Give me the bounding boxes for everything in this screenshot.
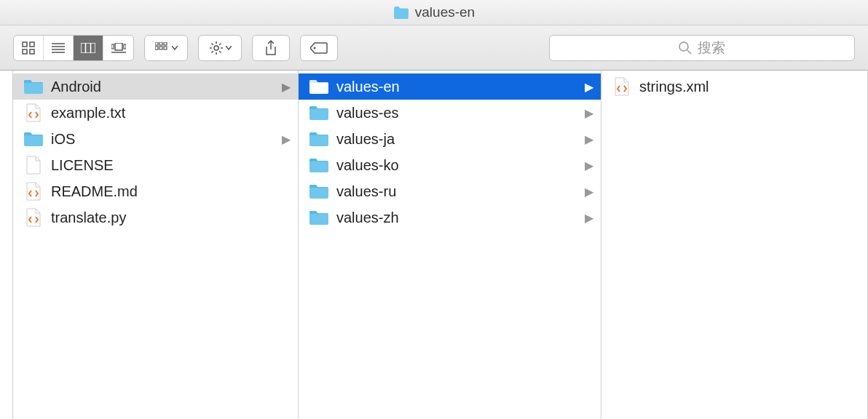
blank-icon (23, 156, 44, 174)
titlebar: values-en (0, 0, 868, 25)
folder-icon (309, 183, 329, 200)
folder-icon (309, 130, 329, 148)
finder-window: values-en (0, 0, 868, 419)
chevron-right-icon: ▶ (585, 106, 593, 120)
svg-rect-3 (30, 49, 34, 54)
window-title: values-en (415, 4, 475, 20)
view-column-button[interactable] (74, 36, 103, 60)
svg-line-32 (687, 50, 691, 54)
column-gutter (0, 71, 13, 419)
column-2[interactable]: values-en▶values-es▶values-ja▶values-ko▶… (299, 71, 601, 419)
svg-rect-16 (159, 42, 162, 45)
svg-rect-18 (155, 47, 158, 49)
list-item[interactable]: values-ko▶ (299, 152, 601, 178)
item-label: iOS (51, 131, 275, 148)
code-icon (23, 183, 44, 200)
svg-line-29 (219, 43, 221, 44)
chevron-right-icon: ▶ (585, 159, 593, 172)
folder-icon (309, 156, 329, 174)
chevron-right-icon: ▶ (585, 132, 593, 146)
list-item[interactable]: iOS▶ (13, 126, 298, 152)
item-label: strings.xml (639, 79, 860, 95)
svg-rect-1 (30, 42, 34, 47)
svg-rect-13 (124, 44, 126, 49)
folder-icon (309, 78, 329, 95)
item-label: values-zh (336, 210, 577, 226)
item-label: translate.py (51, 210, 291, 226)
item-label: example.txt (51, 105, 291, 121)
svg-point-21 (214, 46, 218, 50)
item-label: LICENSE (51, 157, 291, 174)
item-label: values-es (336, 105, 577, 121)
svg-line-28 (211, 51, 213, 52)
svg-point-31 (679, 42, 688, 51)
chevron-right-icon: ▶ (585, 80, 593, 94)
code-icon (23, 209, 44, 226)
list-item[interactable]: values-en▶ (299, 73, 601, 100)
list-item[interactable]: values-es▶ (299, 100, 601, 126)
list-item[interactable]: strings.xml (601, 73, 867, 100)
list-item[interactable]: README.md (13, 178, 298, 204)
chevron-right-icon: ▶ (585, 211, 593, 225)
search-input[interactable]: 搜索 (549, 35, 855, 61)
toolbar: 搜索 (0, 25, 868, 71)
folder-icon (309, 209, 329, 226)
column-1[interactable]: Android▶example.txtiOS▶LICENSEREADME.mdt… (13, 71, 299, 419)
column-3[interactable]: strings.xml (601, 71, 868, 419)
chevron-right-icon: ▶ (282, 80, 291, 94)
search-icon (679, 41, 692, 55)
svg-rect-2 (23, 49, 27, 54)
view-gallery-button[interactable] (103, 36, 133, 60)
folder-icon (23, 130, 44, 148)
search-placeholder: 搜索 (698, 39, 725, 57)
folder-icon (309, 104, 329, 121)
svg-line-26 (211, 43, 213, 44)
share-button[interactable] (252, 35, 290, 61)
svg-line-27 (219, 51, 221, 52)
svg-point-30 (314, 47, 316, 49)
svg-rect-12 (111, 44, 114, 49)
view-list-button[interactable] (44, 36, 74, 60)
list-item[interactable]: Android▶ (13, 73, 298, 100)
folder-icon (23, 78, 44, 95)
svg-rect-20 (164, 47, 167, 49)
chevron-right-icon: ▶ (585, 185, 593, 199)
list-item[interactable]: translate.py (13, 204, 298, 231)
column-browser: Android▶example.txtiOS▶LICENSEREADME.mdt… (0, 71, 868, 419)
svg-rect-8 (81, 43, 95, 53)
item-label: values-en (336, 79, 577, 95)
svg-rect-11 (115, 43, 122, 50)
list-item[interactable]: values-zh▶ (299, 204, 601, 231)
svg-rect-15 (155, 42, 158, 45)
item-label: values-ja (336, 131, 577, 148)
item-label: values-ko (336, 157, 577, 174)
item-label: Android (51, 79, 275, 95)
item-label: README.md (51, 183, 291, 200)
tags-button[interactable] (300, 35, 338, 61)
code-icon (23, 104, 44, 121)
list-item[interactable]: LICENSE (13, 152, 298, 178)
code-icon (612, 78, 632, 95)
svg-rect-17 (164, 42, 167, 45)
list-item[interactable]: values-ja▶ (299, 126, 601, 152)
item-label: values-ru (336, 183, 577, 200)
view-switcher (13, 35, 134, 61)
list-item[interactable]: example.txt (13, 100, 298, 126)
svg-rect-19 (159, 47, 162, 49)
chevron-right-icon: ▶ (282, 132, 291, 146)
action-button[interactable] (198, 35, 242, 61)
folder-icon (393, 6, 409, 19)
arrange-button[interactable] (144, 35, 188, 61)
list-item[interactable]: values-ru▶ (299, 178, 601, 204)
view-icon-button[interactable] (14, 36, 44, 60)
svg-rect-0 (23, 42, 27, 47)
